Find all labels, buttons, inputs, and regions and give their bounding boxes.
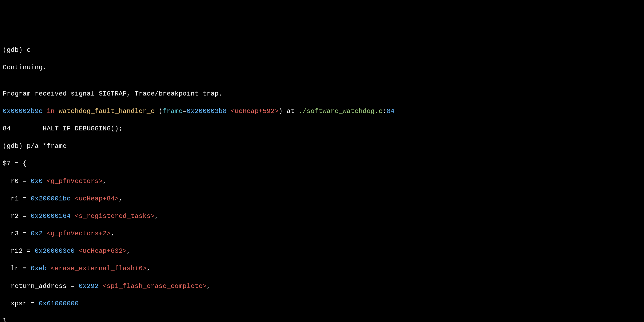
- register-xpsr: xpsr = 0x61000000: [3, 299, 641, 308]
- reg-label: lr =: [3, 265, 31, 272]
- reg-hex: 0xeb: [31, 265, 47, 272]
- arg-hex: 0x200003b8: [187, 108, 227, 115]
- register-r0: r0 = 0x0 <g_pfnVectors>,: [3, 177, 641, 186]
- reg-symbol: <g_pfnVectors>: [43, 178, 103, 185]
- reg-label: r0 =: [3, 178, 31, 185]
- signal-line: Program received signal SIGTRAP, Trace/b…: [3, 90, 641, 98]
- space: [155, 108, 159, 115]
- src-text: HALT_IF_DEBUGGING();: [11, 125, 123, 132]
- gdb-prompt: (gdb): [3, 142, 27, 150]
- comma: ,: [127, 247, 131, 255]
- comma: ,: [147, 265, 151, 272]
- source-context-line: 84 HALT_IF_DEBUGGING();: [3, 125, 641, 133]
- output-line: Continuing.: [3, 63, 641, 72]
- comma: ,: [155, 213, 159, 220]
- struct-open-line: $7 = {: [3, 159, 641, 168]
- register-return-address: return_address = 0x292 <spi_flash_erase_…: [3, 282, 641, 291]
- lparen: (: [159, 108, 163, 115]
- gdb-prompt-line[interactable]: (gdb) c: [3, 46, 641, 55]
- address: 0x00002b9c: [3, 108, 43, 115]
- at-keyword: at: [283, 108, 299, 115]
- reg-hex: 0x200001bc: [31, 195, 71, 202]
- terminal-output: (gdb) c Continuing. Program received sig…: [3, 37, 641, 322]
- reg-symbol: <spi_flash_erase_complete>: [99, 283, 207, 290]
- reg-label: r2 =: [3, 213, 31, 220]
- reg-label: return_address =: [3, 283, 79, 290]
- register-r3: r3 = 0x2 <g_pfnVectors+2>,: [3, 229, 641, 238]
- register-r12: r12 = 0x200003e0 <ucHeap+632>,: [3, 247, 641, 256]
- register-lr: lr = 0xeb <erase_external_flash+6>,: [3, 264, 641, 273]
- reg-hex: 0x292: [79, 283, 99, 290]
- function-name: watchdog_fault_handler_c: [59, 108, 155, 115]
- struct-close-line: }: [3, 317, 641, 322]
- gdb-prompt: (gdb): [3, 46, 27, 54]
- reg-hex: 0x61000000: [39, 300, 79, 307]
- comma: ,: [119, 195, 123, 202]
- reg-label: r3 =: [3, 230, 31, 237]
- gdb-command: c: [27, 46, 31, 54]
- in-keyword: in: [43, 108, 59, 115]
- reg-symbol: <erase_external_flash+6>: [47, 265, 147, 272]
- comma: ,: [207, 283, 211, 290]
- src-lineno: 84: [3, 125, 11, 132]
- gdb-prompt-line[interactable]: (gdb) p/a *frame: [3, 142, 641, 151]
- line-number: 84: [387, 108, 395, 115]
- frame-location-line: 0x00002b9c in watchdog_fault_handler_c (…: [3, 107, 641, 116]
- reg-label: r12 =: [3, 247, 35, 255]
- register-r2: r2 = 0x20000164 <s_registered_tasks>,: [3, 212, 641, 221]
- reg-hex: 0x20000164: [31, 213, 71, 220]
- reg-symbol: <s_registered_tasks>: [71, 213, 155, 220]
- colon: :: [383, 108, 387, 115]
- reg-hex: 0x200003e0: [35, 247, 75, 255]
- reg-label: r1 =: [3, 195, 31, 202]
- comma: ,: [111, 230, 115, 237]
- reg-label: xpsr =: [3, 300, 39, 307]
- equals: =: [183, 108, 187, 115]
- comma: ,: [103, 178, 107, 185]
- reg-hex: 0x2: [31, 230, 43, 237]
- rparen: ): [279, 108, 283, 115]
- reg-symbol: <ucHeap+84>: [71, 195, 119, 202]
- reg-symbol: <g_pfnVectors+2>: [43, 230, 111, 237]
- gdb-command: p/a *frame: [27, 142, 67, 150]
- arg-symbol: <ucHeap+592>: [227, 108, 279, 115]
- arg-name: frame: [163, 108, 183, 115]
- reg-hex: 0x0: [31, 178, 43, 185]
- register-r1: r1 = 0x200001bc <ucHeap+84>,: [3, 195, 641, 203]
- reg-symbol: <ucHeap+632>: [75, 247, 127, 255]
- source-path: ./software_watchdog.c: [299, 108, 383, 115]
